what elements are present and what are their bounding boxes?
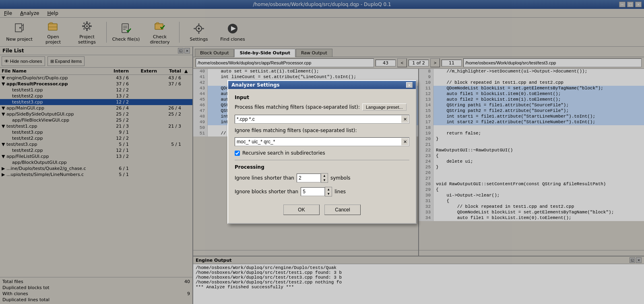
process-input-wrap: ✕ [235, 115, 409, 124]
ignore-input-row: ✕ [235, 137, 409, 146]
recursive-checkbox[interactable] [235, 151, 240, 156]
process-filter-row: Process files matching filters (space-se… [235, 103, 409, 111]
ignore-blocks-spin-btns: ▲ ▼ [325, 187, 332, 196]
ignore-blocks-spinbox: ▲ ▼ [301, 187, 332, 196]
ignore-lines-spin-btns: ▲ ▼ [321, 173, 328, 183]
dialog-body: Input Process files matching filters (sp… [228, 89, 416, 223]
cancel-button[interactable]: Cancel [324, 205, 361, 215]
dialog-close-button[interactable]: × [406, 82, 413, 88]
ignore-lines-unit: symbols [330, 175, 351, 181]
ignore-input-wrap: ✕ [235, 137, 409, 146]
ignore-filter-input[interactable] [235, 137, 409, 146]
input-section-title: Input [235, 95, 409, 100]
process-clear-button[interactable]: ✕ [401, 116, 409, 123]
dialog-titlebar: Analyzer Settings × [228, 81, 416, 89]
ignore-blocks-row: Ignore blocks shorter than ▲ ▼ lines [235, 187, 409, 196]
dialog-overlay: Analyzer Settings × Input Process files … [0, 0, 644, 304]
ignore-lines-up-btn[interactable]: ▲ [321, 174, 328, 178]
ignore-label: Ignore files matching filters (space-sep… [235, 128, 357, 133]
ignore-lines-input[interactable] [297, 174, 321, 182]
ok-button[interactable]: OK [283, 205, 320, 215]
ignore-blocks-unit: lines [334, 189, 346, 194]
dialog-footer: OK Cancel [235, 201, 409, 217]
language-preset-button[interactable]: Language preset... [362, 103, 407, 111]
process-label: Process files matching filters (space-se… [235, 104, 360, 110]
ignore-label-row: Ignore files matching filters (space-sep… [235, 128, 409, 133]
process-input-row: ✕ [235, 115, 409, 124]
analyzer-settings-dialog: Analyzer Settings × Input Process files … [227, 80, 417, 224]
ignore-lines-spinbox: ▲ ▼ [297, 173, 328, 183]
processing-section-title: Processing [235, 164, 409, 170]
ignore-clear-button[interactable]: ✕ [401, 138, 409, 145]
ignore-blocks-input[interactable] [301, 187, 325, 196]
ignore-blocks-up-btn[interactable]: ▲ [325, 187, 332, 192]
dialog-title: Analyzer Settings [231, 82, 280, 88]
recursive-row: Recursive search in subdirectories [235, 150, 409, 156]
ignore-lines-down-btn[interactable]: ▼ [321, 178, 328, 182]
ignore-blocks-label: Ignore blocks shorter than [235, 189, 298, 194]
recursive-label: Recursive search in subdirectories [242, 150, 325, 156]
process-filter-input[interactable] [235, 115, 409, 124]
ignore-lines-label: Ignore lines shorter than [235, 175, 294, 181]
ignore-blocks-down-btn[interactable]: ▼ [325, 192, 332, 196]
dialog-divider [235, 160, 409, 160]
ignore-lines-row: Ignore lines shorter than ▲ ▼ symbols [235, 173, 409, 183]
